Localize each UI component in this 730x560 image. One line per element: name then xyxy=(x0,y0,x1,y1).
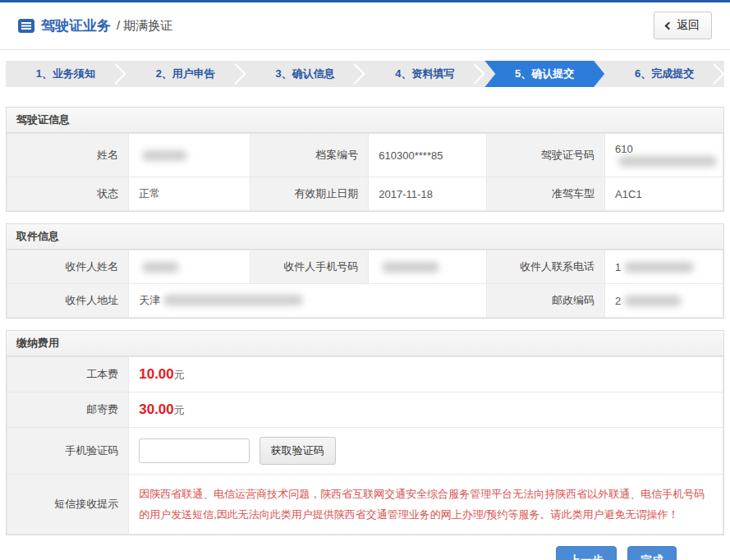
step-4-fill-materials: 4、资料填写 xyxy=(365,61,484,87)
recipient-address-label: 收件人地址 xyxy=(7,284,129,318)
step-label: 6、完成提交 xyxy=(635,67,694,81)
postal-code-prefix: 2 xyxy=(615,295,621,307)
fees-panel: 缴纳费用 工本费 10.00元 邮寄费 30.00元 手机验证码 获取验证码 短… xyxy=(6,330,724,535)
vehicle-class-value: A1C1 xyxy=(605,177,723,211)
step-progress-bar: 1、业务须知 2、用户申告 3、确认信息 4、资料填写 5、确认提交 6、完成提… xyxy=(6,61,724,87)
footer-actions: 上一步 完成 xyxy=(6,546,724,560)
table-row: 收件人姓名 收件人手机号码 收件人联系电话 1 xyxy=(7,250,723,284)
step-2-user-declaration: 2、用户申告 xyxy=(126,61,246,87)
file-no-label: 档案编号 xyxy=(250,134,369,177)
mailing-fee-value: 30.00元 xyxy=(129,392,723,428)
step-label: 2、用户申告 xyxy=(156,67,215,81)
sms-notice-label: 短信接收提示 xyxy=(7,475,129,535)
step-1-business-notice: 1、业务须知 xyxy=(6,61,126,87)
pickup-info-title: 取件信息 xyxy=(7,224,723,250)
redacted-recipient-mobile xyxy=(382,262,439,273)
recipient-phone-prefix: 1 xyxy=(615,261,621,273)
production-fee-value: 10.00元 xyxy=(129,357,723,392)
table-row: 状态 正常 有效期止日期 2017-11-18 准驾车型 A1C1 xyxy=(7,177,723,211)
status-value: 正常 xyxy=(129,177,250,211)
sms-code-label: 手机验证码 xyxy=(7,428,129,475)
redacted-recipient-phone xyxy=(624,262,694,273)
recipient-phone-value: 1 xyxy=(605,250,723,284)
table-row: 邮寄费 30.00元 xyxy=(7,392,723,428)
step-label: 4、资料填写 xyxy=(395,67,454,81)
step-5-confirm-submit-active: 5、确认提交 xyxy=(484,61,604,87)
license-no-value: 610 xyxy=(605,134,723,177)
recipient-address-value: 天津 xyxy=(129,284,487,318)
step-label: 5、确认提交 xyxy=(515,67,574,81)
previous-step-button[interactable]: 上一步 xyxy=(556,546,617,560)
step-label: 3、确认信息 xyxy=(275,67,334,81)
mailing-fee-label: 邮寄费 xyxy=(7,392,129,428)
table-row: 工本费 10.00元 xyxy=(7,357,723,392)
breadcrumb-current: / 期满换证 xyxy=(117,18,172,34)
postal-code-label: 邮政编码 xyxy=(487,284,605,318)
redacted-license-no xyxy=(618,156,717,167)
license-services-icon xyxy=(18,19,34,33)
finish-button[interactable]: 完成 xyxy=(627,546,677,560)
currency-unit: 元 xyxy=(174,404,185,416)
fees-table: 工本费 10.00元 邮寄费 30.00元 手机验证码 获取验证码 短信接收提示… xyxy=(7,356,723,535)
table-row: 短信接收提示 因陕西省联通、电信运营商技术问题，陕西省互联网交通安全综合服务管理… xyxy=(7,475,723,535)
license-info-table: 姓名 档案编号 610300****85 驾驶证号码 610 状态 正常 有效期… xyxy=(7,133,723,211)
file-no-value: 610300****85 xyxy=(369,134,487,177)
redacted-postal-code xyxy=(624,296,682,306)
mailing-fee-amount: 30.00 xyxy=(139,402,174,417)
back-button[interactable]: 返回 xyxy=(654,11,712,39)
valid-until-value: 2017-11-18 xyxy=(369,177,487,211)
page-header: 驾驶证业务 / 期满换证 返回 xyxy=(0,2,730,50)
pickup-info-panel: 取件信息 收件人姓名 收件人手机号码 收件人联系电话 1 收件人地址 天津 邮政… xyxy=(6,223,724,319)
redacted-name xyxy=(142,150,187,161)
license-info-panel: 驾驶证信息 姓名 档案编号 610300****85 驾驶证号码 610 状态 … xyxy=(6,107,724,212)
recipient-address-prefix: 天津 xyxy=(139,294,160,306)
sms-notice-text: 因陕西省联通、电信运营商技术问题，陕西省互联网交通安全综合服务管理平台无法向持陕… xyxy=(129,475,723,535)
fees-title: 缴纳费用 xyxy=(7,331,723,356)
license-no-label: 驾驶证号码 xyxy=(487,134,605,177)
table-row: 收件人地址 天津 邮政编码 2 xyxy=(7,284,723,318)
sms-code-input[interactable] xyxy=(139,438,250,463)
vehicle-class-label: 准驾车型 xyxy=(487,177,605,211)
production-fee-label: 工本费 xyxy=(7,357,129,392)
step-label: 1、业务须知 xyxy=(36,67,95,81)
postal-code-value: 2 xyxy=(605,284,723,318)
sms-code-cell: 获取验证码 xyxy=(129,428,723,475)
redacted-recipient-address xyxy=(163,295,303,305)
pickup-info-table: 收件人姓名 收件人手机号码 收件人联系电话 1 收件人地址 天津 邮政编码 2 xyxy=(7,250,723,318)
recipient-name-label: 收件人姓名 xyxy=(7,250,129,284)
redacted-recipient-name xyxy=(142,262,179,273)
get-sms-code-button[interactable]: 获取验证码 xyxy=(259,437,336,465)
table-row: 姓名 档案编号 610300****85 驾驶证号码 610 xyxy=(7,134,723,177)
currency-unit: 元 xyxy=(174,369,185,381)
recipient-name-value xyxy=(129,250,250,284)
back-button-label: 返回 xyxy=(677,18,700,33)
status-label: 状态 xyxy=(7,177,129,211)
recipient-phone-label: 收件人联系电话 xyxy=(487,250,605,284)
page-title: 驾驶证业务 xyxy=(41,16,111,35)
chevron-left-icon xyxy=(665,21,673,30)
recipient-mobile-label: 收件人手机号码 xyxy=(250,250,369,284)
title-group: 驾驶证业务 / 期满换证 xyxy=(18,16,172,35)
name-label: 姓名 xyxy=(7,134,129,177)
recipient-mobile-value xyxy=(369,250,487,284)
production-fee-amount: 10.00 xyxy=(139,366,174,382)
valid-until-label: 有效期止日期 xyxy=(250,177,369,211)
license-info-title: 驾驶证信息 xyxy=(7,108,723,133)
step-3-confirm-info: 3、确认信息 xyxy=(246,61,365,87)
name-value xyxy=(129,134,250,177)
step-6-complete-submit: 6、完成提交 xyxy=(604,61,724,87)
license-no-prefix: 610 xyxy=(615,143,633,155)
table-row: 手机验证码 获取验证码 xyxy=(7,428,723,475)
